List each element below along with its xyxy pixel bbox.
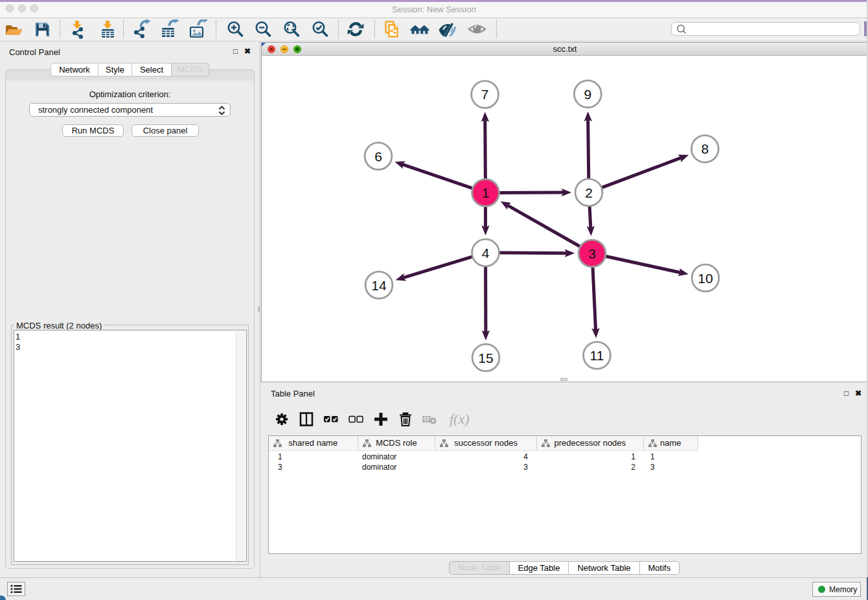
svg-text:2: 2 xyxy=(585,185,593,200)
svg-text:3: 3 xyxy=(588,246,596,261)
svg-text:11: 11 xyxy=(590,348,604,363)
svg-text:8: 8 xyxy=(701,141,709,156)
svg-text:10: 10 xyxy=(698,271,713,286)
svg-text:1: 1 xyxy=(482,185,490,200)
svg-text:14: 14 xyxy=(371,278,387,293)
svg-text:15: 15 xyxy=(478,351,493,365)
svg-text:7: 7 xyxy=(481,87,489,102)
svg-text:4: 4 xyxy=(482,246,490,260)
svg-text:9: 9 xyxy=(584,87,591,102)
svg-text:6: 6 xyxy=(374,149,382,164)
